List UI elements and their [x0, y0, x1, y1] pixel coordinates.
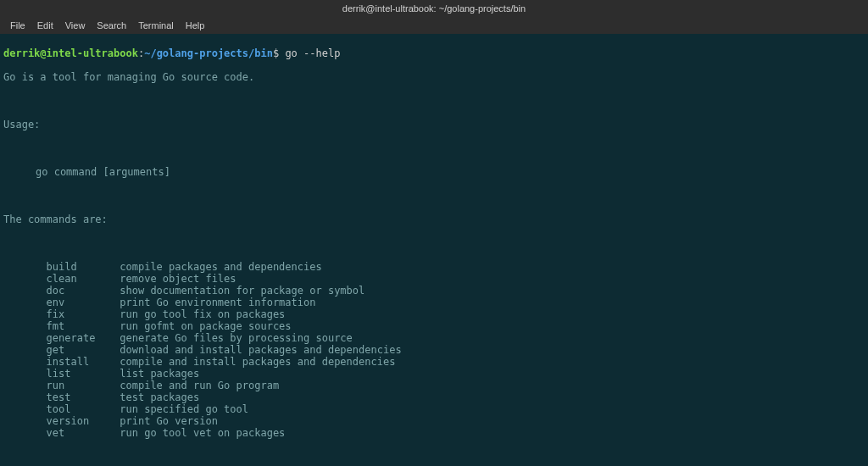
- commands-list: build compile packages and dependencies …: [3, 261, 865, 439]
- command-row: get download and install packages and de…: [3, 344, 865, 356]
- command-row: build compile packages and dependencies: [3, 261, 865, 273]
- entered-command: go --help: [285, 47, 340, 59]
- prompt-path: ~/golang-projects/bin: [144, 47, 273, 59]
- command-row: list list packages: [3, 368, 865, 380]
- usage-line: go command [arguments]: [3, 166, 865, 178]
- command-row: vet run go tool vet on packages: [3, 427, 865, 439]
- usage-label: Usage:: [3, 119, 865, 130]
- menu-edit[interactable]: Edit: [32, 19, 58, 32]
- command-row: tool run specified go tool: [3, 403, 865, 415]
- command-row: doc show documentation for package or sy…: [3, 285, 865, 297]
- window-title: derrik@intel-ultrabook: ~/golang-project…: [342, 3, 526, 14]
- command-row: version print Go version: [3, 415, 865, 427]
- command-row: fmt run gofmt on package sources: [3, 320, 865, 332]
- command-row: fix run go tool fix on packages: [3, 308, 865, 320]
- menu-view[interactable]: View: [60, 19, 91, 32]
- prompt-symbol: $: [273, 47, 279, 59]
- command-row: clean remove object files: [3, 273, 865, 285]
- window-titlebar: derrik@intel-ultrabook: ~/golang-project…: [0, 0, 868, 17]
- menu-terminal[interactable]: Terminal: [133, 19, 179, 32]
- menubar: File Edit View Search Terminal Help: [0, 17, 868, 34]
- command-row: env print Go environment information: [3, 297, 865, 308]
- menu-file[interactable]: File: [5, 19, 31, 32]
- command-row: run compile and run Go program: [3, 380, 865, 391]
- command-row: install compile and install packages and…: [3, 356, 865, 368]
- commands-header: The commands are:: [3, 214, 865, 225]
- command-row: test test packages: [3, 391, 865, 403]
- command-row: generate generate Go files by processing…: [3, 332, 865, 344]
- prompt-user: derrik@intel-ultrabook: [3, 47, 138, 59]
- menu-help[interactable]: Help: [181, 19, 210, 32]
- output-intro: Go is a tool for managing Go source code…: [3, 71, 865, 83]
- terminal-viewport[interactable]: derrik@intel-ultrabook:~/golang-projects…: [0, 34, 868, 466]
- menu-search[interactable]: Search: [92, 19, 131, 32]
- prompt-line-1: derrik@intel-ultrabook:~/golang-projects…: [3, 47, 865, 59]
